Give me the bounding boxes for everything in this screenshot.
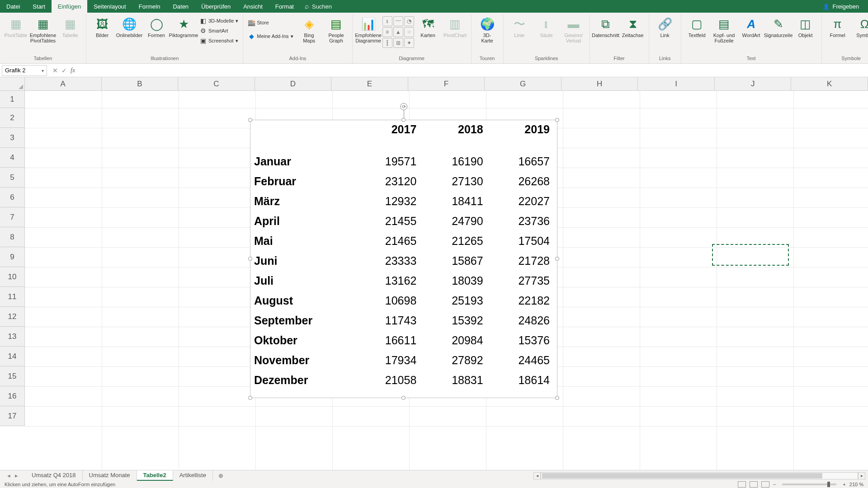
row-header-11[interactable]: 11 [0,287,25,307]
chart-radar-icon[interactable]: ✦ [404,38,414,48]
chart-bar-icon[interactable]: ≡ [382,27,392,37]
column-header-G[interactable]: G [485,77,561,91]
row-header-9[interactable]: 9 [0,247,25,267]
view-normal-button[interactable] [738,481,746,488]
kopfzeile-button[interactable]: ▤Kopf- und Fußzeile [711,14,737,43]
menu-uberprufen[interactable]: Überprüfen [195,0,237,13]
sheet-tab-tabelle2[interactable]: Tabelle2 [137,470,173,481]
worksheet-grid[interactable]: ABCDEFGHIJK 1234567891011121314151617 ⟳ … [0,77,868,473]
cancel-icon[interactable]: ✕ [52,67,58,74]
onlinebilder-button[interactable]: 🌐Onlinebilder [116,14,142,38]
menu-datei[interactable]: Datei [0,0,26,13]
zeitachse-button[interactable]: ⧗Zeitachse [620,14,646,38]
row-header-3[interactable]: 3 [0,128,25,148]
enter-icon[interactable]: ✓ [61,67,67,74]
column-header-H[interactable]: H [561,77,638,91]
row-header-6[interactable]: 6 [0,188,25,207]
hscroll-right-icon[interactable]: ▸ [858,472,865,479]
3dmodelle-button[interactable]: ◧3D-Modelle ▾ [198,16,240,25]
menu-format[interactable]: Format [269,0,300,13]
textfeld-button[interactable]: ▢Textfeld [684,14,710,38]
sheet-tab-artikelliste[interactable]: Artikelliste [173,470,213,481]
row-header-15[interactable]: 15 [0,366,25,386]
column-header-C[interactable]: C [178,77,255,91]
column-header-F[interactable]: F [408,77,485,91]
view-pagebreak-button[interactable] [761,481,769,488]
data-table-object[interactable]: ⟳ 201720182019Januar195711619016657Febru… [250,120,557,398]
tell-me-search[interactable]: Suchen [305,2,332,10]
resize-handle-tr[interactable] [555,118,559,122]
resize-handle-ml[interactable] [248,257,252,261]
resize-handle-br[interactable] [555,396,559,400]
chart-stock-icon[interactable]: ┇ [382,38,392,48]
chevron-down-icon[interactable] [42,67,44,74]
cells-area[interactable]: ⟳ 201720182019Januar195711619016657Febru… [25,91,868,473]
wordart-button[interactable]: AWordArt [738,14,764,38]
3dkarte-button[interactable]: 🌍3D- Karte [474,14,500,43]
fx-icon[interactable]: fx [71,67,75,74]
bilder-button[interactable]: 🖼Bilder [89,14,115,38]
meine-addins-button[interactable]: ◆Meine Add-Ins ▾ [246,32,295,41]
menu-start[interactable]: Start [26,0,51,13]
signatur-button[interactable]: ✎Signaturzeile [765,14,792,38]
row-header-10[interactable]: 10 [0,267,25,287]
column-header-I[interactable]: I [638,77,715,91]
datenschnitt-button[interactable]: ⧉Datenschnitt [593,14,619,38]
link-button[interactable]: 🔗Link [652,14,678,38]
chart-combo-icon[interactable]: ⊞ [393,38,403,48]
objekt-button[interactable]: ◫Objekt [793,14,819,38]
menu-formeln[interactable]: Formeln [132,0,167,13]
hscroll-left-icon[interactable]: ◂ [533,472,541,479]
symbol-button[interactable]: ΩSymbol [852,14,868,38]
menu-daten[interactable]: Daten [166,0,195,13]
column-headers[interactable]: ABCDEFGHIJK [25,77,868,91]
row-header-14[interactable]: 14 [0,347,25,366]
zoom-slider[interactable] [782,483,836,485]
chart-column-icon[interactable]: ⫾ [382,16,392,26]
sheet-nav-last-icon[interactable]: ▸ [15,472,18,479]
hscroll-thumb[interactable] [542,473,822,479]
row-header-12[interactable]: 12 [0,307,25,327]
menu-seitenlayout[interactable]: Seitenlayout [87,0,132,13]
store-button[interactable]: 🏬Store [246,18,295,27]
chart-line-icon[interactable]: 〰 [393,16,403,26]
smartart-button[interactable]: ⚙SmartArt [198,26,240,35]
sheet-nav-first-icon[interactable]: ◂ [7,472,10,479]
row-header-8[interactable]: 8 [0,227,25,247]
chart-area-icon[interactable]: ▲ [393,27,403,37]
row-header-4[interactable]: 4 [0,148,25,168]
row-header-7[interactable]: 7 [0,207,25,227]
resize-handle-bl[interactable] [248,396,252,400]
sheet-tab-umsatz-q4[interactable]: Umsatz Q4 2018 [25,470,83,481]
formel-button[interactable]: πFormel [825,14,851,38]
resize-handle-mr[interactable] [555,257,559,261]
row-header-13[interactable]: 13 [0,327,25,347]
column-header-K[interactable]: K [791,77,868,91]
bingmaps-button[interactable]: ◈Bing Maps [296,14,322,43]
screenshot-button[interactable]: ▣Screenshot ▾ [198,36,240,45]
row-header-5[interactable]: 5 [0,168,25,188]
view-pagelayout-button[interactable] [750,481,758,488]
zoom-in-button[interactable]: + [843,482,845,487]
select-all-corner[interactable] [0,77,25,91]
column-header-D[interactable]: D [255,77,332,91]
resize-handle-bm[interactable] [401,396,406,400]
row-header-2[interactable]: 2 [0,108,25,128]
menu-ansicht[interactable]: Ansicht [237,0,269,13]
hscroll-track[interactable] [541,472,858,479]
new-sheet-button[interactable]: ⊕ [213,472,229,479]
chart-pie-icon[interactable]: ◔ [404,16,414,26]
karten-button[interactable]: 🗺Karten [415,14,441,38]
row-header-17[interactable]: 17 [0,406,25,426]
sheet-tab-umsatz-monate[interactable]: Umsatz Monate [83,470,137,481]
horizontal-scrollbar[interactable]: ◂ ▸ [533,472,868,479]
menu-einfugen[interactable]: Einfügen [52,0,87,13]
peoplegraph-button[interactable]: ▤People Graph [323,14,349,43]
column-header-J[interactable]: J [715,77,792,91]
piktogramme-button[interactable]: ★Piktogramme [170,14,197,38]
name-box[interactable]: Grafik 2 [2,65,47,76]
chart-scatter-icon[interactable]: ⁘ [404,27,414,37]
row-header-16[interactable]: 16 [0,386,25,406]
column-header-A[interactable]: A [25,77,102,91]
rotate-handle[interactable]: ⟳ [400,103,407,110]
